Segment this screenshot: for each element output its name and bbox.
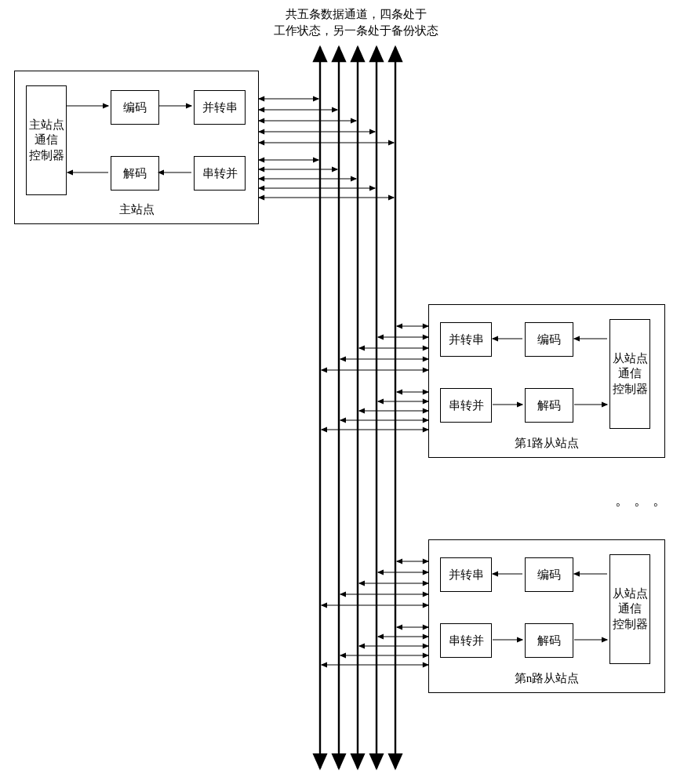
master-station: 主站点 通信 控制器 编码 并转串 解码 串转并 主站点 [14, 71, 259, 224]
slave1-title: 第1路从站点 [429, 436, 664, 451]
slave1-station: 并转串 编码 串转并 解码 从站点 通信 控制器 第1路从站点 [428, 304, 665, 458]
bus-channels [320, 47, 395, 768]
slave1-decode: 解码 [525, 388, 573, 423]
slaven-s2p: 串转并 [440, 623, 492, 658]
slaven-controller: 从站点 通信 控制器 [609, 554, 650, 664]
caption-line2: 工作状态，另一条处于备份状态 [274, 24, 438, 37]
slave1-p2s: 并转串 [440, 322, 492, 357]
master-s2p: 串转并 [194, 156, 246, 191]
caption-line1: 共五条数据通道，四条处于 [286, 8, 427, 20]
master-encode: 编码 [111, 90, 159, 125]
slaven-decode: 解码 [525, 623, 573, 658]
master-p2s: 并转串 [194, 90, 246, 125]
master-controller: 主站点 通信 控制器 [26, 85, 67, 195]
ellipsis-icon: 。。。 [615, 491, 671, 510]
slaven-station: 并转串 编码 串转并 解码 从站点 通信 控制器 第n路从站点 [428, 539, 665, 693]
slaven-p2s: 并转串 [440, 557, 492, 592]
master-decode: 解码 [111, 156, 159, 191]
bus-caption: 共五条数据通道，四条处于 工作状态，另一条处于备份状态 [254, 6, 458, 39]
slave1-s2p: 串转并 [440, 388, 492, 423]
master-title: 主站点 [15, 202, 258, 217]
slave1-encode: 编码 [525, 322, 573, 357]
slave1-controller: 从站点 通信 控制器 [609, 319, 650, 429]
slaven-encode: 编码 [525, 557, 573, 592]
slaven-title: 第n路从站点 [429, 671, 664, 686]
